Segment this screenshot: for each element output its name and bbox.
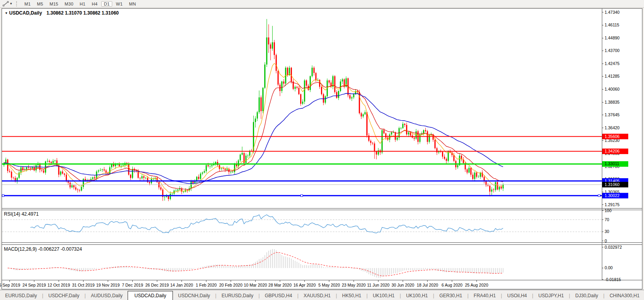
symbol-collapse-icon[interactable]: ▼ bbox=[5, 11, 8, 15]
candle-body bbox=[336, 92, 337, 98]
tab-usdcad-daily[interactable]: USDCAD,Daily bbox=[128, 291, 173, 300]
candle-body bbox=[230, 172, 232, 172]
candle-body bbox=[210, 166, 211, 167]
tab-uk100-h1[interactable]: UK100,H1 bbox=[367, 291, 399, 300]
price-tick-label: 1.47340 bbox=[605, 10, 620, 15]
macd-tick-label: 0.032972 bbox=[605, 245, 622, 250]
rsi-tick-label: 70 bbox=[605, 217, 609, 222]
timeframe-button-m5[interactable]: M5 bbox=[34, 1, 46, 7]
candle-body bbox=[314, 68, 315, 73]
timeframe-button-mn[interactable]: MN bbox=[126, 1, 139, 7]
candle-body bbox=[304, 80, 305, 102]
candle-body bbox=[270, 45, 271, 49]
symbol-tabbar: EURUSD,Daily|USDCHF,Daily|AUDUSD,DailyUS… bbox=[0, 290, 644, 300]
candle-body bbox=[334, 76, 336, 92]
toolbar-grip[interactable] bbox=[16, 1, 19, 6]
timeframe-button-h4[interactable]: H4 bbox=[89, 1, 100, 7]
candle-body bbox=[323, 94, 324, 102]
tab-hk50-h1[interactable]: HK50,H1 bbox=[337, 291, 367, 300]
candle-body bbox=[408, 132, 409, 134]
candle-body bbox=[7, 160, 8, 171]
date-label: 6 Aug 2020 bbox=[442, 283, 462, 287]
candle-body bbox=[349, 95, 351, 99]
tab-ger30-h1[interactable]: GER30,H1 bbox=[434, 291, 467, 300]
timeframe-button-w1[interactable]: W1 bbox=[113, 1, 125, 7]
candle-body bbox=[287, 68, 288, 75]
candle-body bbox=[283, 82, 284, 84]
candle-body bbox=[41, 170, 43, 170]
date-label: 12 Oct 2019 bbox=[48, 283, 70, 287]
rsi-tick-label: 30 bbox=[605, 229, 609, 234]
candle-body bbox=[183, 192, 184, 192]
tab-xauusd-h1[interactable]: XAUUSD,H1 bbox=[299, 291, 336, 300]
candle-body bbox=[444, 157, 445, 158]
candle-body bbox=[310, 76, 311, 90]
candle-body bbox=[128, 164, 129, 175]
tab-china300-h1[interactable]: CHINA300,H1 bbox=[605, 291, 644, 300]
tab-usdcnh-daily[interactable]: USDCNH,Daily bbox=[173, 291, 215, 300]
tab-usdjpy-h1[interactable]: USDJPY,H1 bbox=[533, 291, 569, 300]
candle-body bbox=[9, 171, 10, 172]
candle-body bbox=[232, 172, 233, 172]
timeframe-button-h1[interactable]: H1 bbox=[77, 1, 88, 7]
tab-audusd-daily[interactable]: AUDUSD,Daily bbox=[86, 291, 128, 300]
hline-selection-handle[interactable] bbox=[301, 195, 303, 197]
candle-body bbox=[297, 87, 298, 88]
date-label: 16 Apr 2020 bbox=[293, 283, 316, 287]
candle-body bbox=[478, 177, 479, 177]
candle-body bbox=[28, 167, 29, 168]
tab-eurusd-daily[interactable]: EURUSD,Daily bbox=[216, 291, 258, 300]
candle-body bbox=[139, 178, 141, 178]
candle-body bbox=[414, 138, 415, 139]
candle-body bbox=[274, 42, 275, 55]
candle-body bbox=[92, 177, 93, 179]
date-label: 10 Mar 2020 bbox=[244, 283, 267, 287]
candle-body bbox=[489, 186, 490, 192]
candle-body bbox=[434, 140, 436, 148]
hline-selection-handle[interactable] bbox=[598, 195, 600, 197]
candle-body bbox=[43, 170, 44, 172]
tab-fra40-h1[interactable]: FRA40,H1 bbox=[469, 291, 501, 300]
candle-body bbox=[145, 178, 147, 178]
tool-dropdown-caret-icon[interactable]: ▼ bbox=[9, 2, 13, 6]
tab-usdchf-daily[interactable]: USDCHF,Daily bbox=[43, 291, 85, 300]
tab-uk100-h1[interactable]: UK100,H1 bbox=[401, 291, 433, 300]
candle-body bbox=[268, 37, 269, 45]
timeframe-button-m1[interactable]: M1 bbox=[22, 1, 33, 7]
date-label: 18 Jul 2020 bbox=[417, 283, 438, 287]
candle-body bbox=[47, 161, 48, 161]
timeframe-button-m30[interactable]: M30 bbox=[62, 1, 76, 7]
tab-usoil-h4[interactable]: USOil,H4 bbox=[502, 291, 532, 300]
timeframe-button-m15[interactable]: M15 bbox=[47, 1, 61, 7]
candle-body bbox=[276, 55, 277, 71]
chart-canvas[interactable]: 1.473401.461151.448901.437001.424751.412… bbox=[0, 7, 644, 290]
candle-body bbox=[168, 196, 169, 199]
candle-body bbox=[66, 175, 67, 181]
trendline-tool-icon[interactable] bbox=[2, 1, 9, 7]
candle-body bbox=[316, 73, 317, 80]
timeframe-button-d1[interactable]: D1 bbox=[101, 1, 113, 7]
tab-dj30-daily[interactable]: DJ30,Daily bbox=[570, 291, 603, 300]
candle-body bbox=[70, 183, 71, 187]
candle-body bbox=[491, 190, 492, 192]
hline-selection-handle[interactable] bbox=[2, 195, 4, 197]
candle-body bbox=[402, 124, 403, 128]
price-tick-label: 1.44890 bbox=[605, 35, 620, 40]
toolbar: ▼ M1M5M15M30H1H4D1W1MN bbox=[0, 0, 644, 8]
candle-body bbox=[73, 185, 74, 187]
tab-eurusd-daily[interactable]: EURUSD,Daily bbox=[0, 291, 42, 300]
candle-body bbox=[52, 161, 54, 163]
candle-body bbox=[132, 169, 133, 178]
candle-body bbox=[300, 94, 301, 104]
tab-gbpusd-h4[interactable]: GBPUSD,H4 bbox=[260, 291, 297, 300]
candle-body bbox=[389, 134, 390, 140]
candle-body bbox=[325, 96, 326, 102]
candle-body bbox=[363, 114, 364, 116]
candle-body bbox=[164, 197, 165, 198]
candle-body bbox=[397, 138, 398, 140]
candle-body bbox=[429, 135, 430, 142]
rsi-indicator-label: RSI(14) 42.4971 bbox=[4, 211, 39, 217]
candle-body bbox=[75, 187, 76, 189]
candle-body bbox=[238, 160, 239, 166]
candle-body bbox=[468, 168, 470, 173]
